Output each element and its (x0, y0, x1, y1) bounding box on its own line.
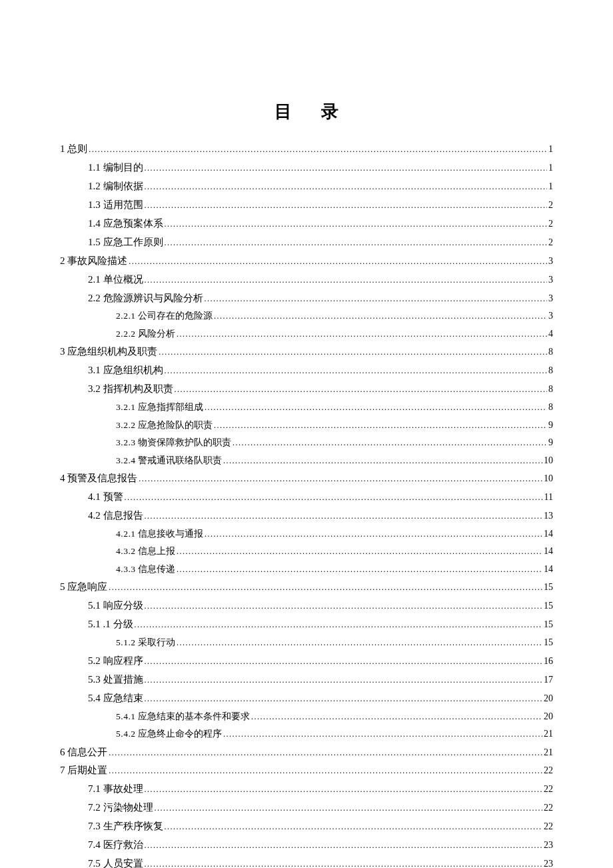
toc-entry-page: 3 (548, 273, 553, 287)
toc-entry: 6 信息公开 .................................… (60, 745, 553, 760)
toc-entry-number: 1.5 (88, 237, 101, 247)
toc-entry-number: 5.1.2 (116, 637, 136, 647)
toc-entry-text: 应急响应 (65, 581, 108, 592)
toc-entry-text: 应急指挥部组成 (136, 402, 203, 412)
toc-entry-label: 4.2 信息报告 (88, 509, 143, 523)
toc-entry-label: 2.1 单位概况 (88, 273, 143, 287)
toc-leader-dots: ........................................… (175, 384, 548, 395)
toc-entry-number: 4.3.3 (116, 564, 136, 574)
toc-entry-text: 医疗救治 (101, 839, 143, 850)
toc-entry-label: 2 事故风险描述 (60, 254, 127, 269)
toc-entry-text: 信息接收与通报 (136, 529, 203, 539)
toc-leader-dots: ........................................… (233, 437, 547, 449)
toc-entry: 1.5 应急工作原则 .............................… (60, 235, 553, 250)
toc-entry-text: 事故处理 (101, 783, 143, 794)
toc-entry: 5.4 应急结束 ...............................… (60, 691, 553, 706)
toc-leader-dots: ........................................… (205, 529, 542, 540)
toc-entry: 4.2.1 信息接收与通报 ..........................… (60, 527, 553, 541)
toc-entry: 7.4 医疗救治 ...............................… (60, 838, 553, 853)
toc-entry: 5.1.2 采取行动 .............................… (60, 636, 553, 649)
toc-entry-page: 15 (544, 618, 553, 631)
toc-leader-dots: ........................................… (177, 564, 542, 575)
toc-entry: 5.4.2 应急终止命令的程序 ........................… (60, 727, 553, 741)
toc-entry-page: 14 (544, 563, 553, 576)
toc-entry: 7 后期处置 .................................… (60, 763, 553, 778)
toc-entry-page: 8 (548, 383, 553, 396)
toc-entry-label: 7.1 事故处理 (88, 782, 143, 797)
toc-entry: 7.3 生产秩序恢复 .............................… (60, 819, 553, 834)
toc-entry-number: 2.2 (88, 293, 101, 303)
toc-entry-page: 15 (544, 581, 553, 594)
toc-entry-label: 2.2 危险源辨识与风险分析 (88, 291, 203, 306)
toc-entry-label: 5 应急响应 (60, 580, 107, 595)
toc-entry-label: 7.4 医疗救治 (88, 838, 143, 853)
toc-leader-dots: ........................................… (145, 163, 548, 174)
toc-entry-page: 23 (544, 839, 553, 852)
toc-entry-label: 3.2 指挥机构及职责 (88, 382, 173, 397)
toc-leader-dots: ........................................… (177, 546, 542, 557)
toc-entry-text: 警戒通讯联络队职责 (136, 455, 222, 465)
table-of-contents: 1 总则 ...................................… (60, 142, 553, 868)
toc-entry-text: 信息传递 (136, 564, 175, 574)
toc-entry: 3.2.4 警戒通讯联络队职责 ........................… (60, 454, 553, 467)
toc-entry-page: 16 (544, 655, 553, 668)
toc-entry-number: 3 (60, 346, 65, 357)
toc-entry: 2.2.1 公司存在的危险源 .........................… (60, 309, 553, 323)
toc-entry-label: 4.1 预警 (88, 490, 123, 505)
toc-entry-page: 1 (548, 180, 553, 193)
toc-entry: 5.2 响应程序 ...............................… (60, 654, 553, 669)
toc-entry-page: 3 (548, 292, 553, 305)
toc-leader-dots: ........................................… (145, 601, 543, 612)
toc-entry-number: 2.1 (88, 274, 101, 285)
toc-entry-label: 4.3.3 信息传递 (116, 563, 175, 576)
toc-entry-text: 公司存在的危险源 (136, 311, 213, 321)
toc-entry-label: 5.4.1 应急结束的基本条件和要求 (116, 710, 250, 723)
toc-leader-dots: ........................................… (135, 619, 543, 631)
toc-entry-label: 3.2.2 应急抢险队的职责 (116, 419, 213, 432)
toc-entry-label: 5.1.2 采取行动 (116, 636, 175, 649)
toc-entry-text: 信息公开 (65, 747, 108, 757)
toc-entry-text: 总则 (65, 143, 88, 154)
toc-entry-text: 生产秩序恢复 (101, 821, 163, 831)
toc-leader-dots: ........................................… (165, 821, 543, 833)
toc-entry-number: 4.2.1 (116, 529, 136, 539)
toc-entry-text: 应急工作原则 (101, 237, 163, 247)
toc-entry-label: 2.2.2 风险分析 (116, 327, 175, 341)
toc-entry-text: 污染物处理 (101, 802, 153, 813)
toc-entry-number: 5.1 .1 (88, 619, 111, 629)
toc-entry-text: 物资保障救护队的职责 (136, 437, 231, 447)
toc-entry-text: 预警及信息报告 (65, 473, 138, 483)
toc-entry-page: 22 (544, 801, 553, 815)
toc-entry-label: 5.2 响应程序 (88, 654, 143, 669)
toc-entry-label: 7.2 污染物处理 (88, 801, 153, 815)
toc-entry-page: 1 (548, 143, 553, 156)
toc-entry-page: 8 (548, 364, 553, 377)
toc-entry-page: 21 (544, 727, 553, 741)
toc-entry-text: 预警 (101, 491, 123, 502)
toc-entry-number: 3.2.1 (116, 402, 136, 412)
toc-entry: 7.5 人员安置 ...............................… (60, 857, 553, 868)
toc-entry-page: 9 (548, 436, 553, 449)
toc-entry-number: 1.1 (88, 162, 101, 173)
toc-entry: 3.2.2 应急抢险队的职责 .........................… (60, 419, 553, 432)
toc-entry-page: 11 (544, 491, 553, 504)
toc-entry: 7.2 污染物处理 ..............................… (60, 801, 553, 815)
toc-entry-page: 22 (544, 783, 553, 796)
toc-entry-page: 8 (548, 345, 553, 359)
toc-entry-text: 单位概况 (101, 274, 143, 285)
toc-entry-text: 应急组织机构 (101, 365, 163, 375)
toc-entry-number: 6 (60, 747, 65, 757)
toc-leader-dots: ........................................… (89, 144, 547, 155)
toc-entry-label: 3.2.1 应急指挥部组成 (116, 401, 203, 414)
toc-entry-number: 5.4.2 (116, 729, 136, 739)
toc-entry: 5 应急响应 .................................… (60, 580, 553, 595)
toc-entry-page: 22 (544, 820, 553, 833)
toc-entry: 2.2.2 风险分析 .............................… (60, 327, 553, 341)
toc-entry: 1.1 编制目的 ...............................… (60, 161, 553, 175)
toc-leader-dots: ........................................… (139, 473, 542, 485)
toc-entry: 4.3.2 信息上报 .............................… (60, 545, 553, 558)
toc-entry-page: 14 (544, 527, 553, 541)
toc-entry-number: 5 (60, 581, 65, 592)
toc-leader-dots: ........................................… (145, 859, 543, 868)
toc-entry-page: 8 (548, 401, 553, 414)
